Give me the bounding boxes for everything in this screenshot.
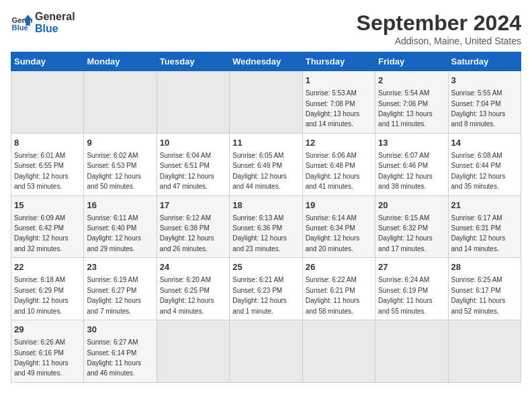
header-tuesday: Tuesday [157,52,229,71]
header-friday: Friday [375,52,448,71]
day-number: 12 [306,137,372,149]
sunrise-info: Sunrise: 6:20 AM [160,276,211,283]
calendar-cell: 10Sunrise: 6:04 AMSunset: 6:51 PMDayligh… [157,133,229,195]
calendar-cell: 26Sunrise: 6:22 AMSunset: 6:21 PMDayligh… [302,258,375,320]
sunset-info: Sunset: 6:29 PM [14,287,64,294]
day-number: 27 [378,261,445,273]
header-saturday: Saturday [448,52,521,71]
calendar-cell: 1Sunrise: 5:53 AMSunset: 7:08 PMDaylight… [302,71,375,134]
day-number: 30 [87,324,153,336]
sunset-info: Sunset: 6:23 PM [232,287,282,294]
day-number: 3 [451,75,518,87]
sunset-info: Sunset: 6:16 PM [14,349,64,357]
day-number: 22 [14,261,81,273]
daylight-info: Daylight: 12 hours and 10 minutes. [14,297,69,314]
sunset-info: Sunset: 6:19 PM [378,287,428,294]
sunrise-info: Sunrise: 6:14 AM [306,214,357,222]
sunset-info: Sunset: 6:49 PM [232,162,282,169]
daylight-info: Daylight: 12 hours and 20 minutes. [306,234,360,252]
sunset-info: Sunset: 6:55 PM [14,162,64,169]
calendar-cell: 30Sunrise: 6:27 AMSunset: 6:14 PMDayligh… [84,320,157,383]
calendar-cell: 27Sunrise: 6:24 AMSunset: 6:19 PMDayligh… [375,258,448,320]
daylight-info: Daylight: 12 hours and 7 minutes. [87,297,141,314]
daylight-info: Daylight: 12 hours and 38 minutes. [378,173,433,190]
sunrise-info: Sunrise: 6:01 AM [14,152,65,159]
daylight-info: Daylight: 12 hours and 44 minutes. [232,173,287,190]
calendar-cell [230,320,302,383]
day-number: 19 [306,199,372,212]
daylight-info: Daylight: 12 hours and 29 minutes. [87,234,141,252]
sunrise-info: Sunrise: 6:06 AM [306,152,357,159]
calendar-cell: 21Sunrise: 6:17 AMSunset: 6:31 PMDayligh… [448,195,521,258]
day-number: 8 [14,137,81,149]
header-thursday: Thursday [302,52,375,71]
daylight-info: Daylight: 12 hours and 53 minutes. [14,173,69,190]
calendar-cell: 12Sunrise: 6:06 AMSunset: 6:48 PMDayligh… [302,133,375,195]
sunset-info: Sunset: 6:21 PM [306,287,355,294]
calendar-week-row: 22Sunrise: 6:18 AMSunset: 6:29 PMDayligh… [11,258,521,320]
sunrise-info: Sunrise: 6:22 AM [306,276,357,283]
calendar-cell: 16Sunrise: 6:11 AMSunset: 6:40 PMDayligh… [84,195,157,258]
sunrise-info: Sunrise: 6:12 AM [160,214,211,222]
sunrise-info: Sunrise: 6:07 AM [378,152,429,159]
calendar-cell: 17Sunrise: 6:12 AMSunset: 6:38 PMDayligh… [157,195,229,258]
day-number: 20 [378,199,445,212]
daylight-info: Daylight: 11 hours and 55 minutes. [378,297,433,314]
sunrise-info: Sunrise: 5:55 AM [451,89,502,97]
sunrise-info: Sunrise: 6:11 AM [87,214,138,222]
day-number: 23 [87,261,153,273]
calendar-cell: 24Sunrise: 6:20 AMSunset: 6:25 PMDayligh… [157,258,229,320]
calendar-cell: 3Sunrise: 5:55 AMSunset: 7:04 PMDaylight… [448,71,521,134]
sunset-info: Sunset: 6:25 PM [160,287,210,294]
day-number: 1 [306,75,372,87]
sunrise-info: Sunrise: 6:24 AM [378,276,429,283]
calendar-cell [230,71,302,134]
day-number: 28 [451,261,518,273]
day-number: 29 [14,324,81,336]
daylight-info: Daylight: 11 hours and 46 minutes. [87,359,141,377]
calendar-cell: 9Sunrise: 6:02 AMSunset: 6:53 PMDaylight… [84,133,157,195]
day-number: 17 [160,199,226,212]
sunrise-info: Sunrise: 6:08 AM [451,152,502,159]
calendar-week-row: 15Sunrise: 6:09 AMSunset: 6:42 PMDayligh… [11,195,521,258]
calendar-cell: 2Sunrise: 5:54 AMSunset: 7:06 PMDaylight… [375,71,448,134]
calendar-cell: 20Sunrise: 6:15 AMSunset: 6:32 PMDayligh… [375,195,448,258]
calendar-cell [84,71,157,134]
logo: General Blue General Blue [11,11,75,34]
header-monday: Monday [84,52,157,71]
day-number: 9 [87,137,153,149]
sunrise-info: Sunrise: 6:26 AM [14,338,65,346]
daylight-info: Daylight: 13 hours and 14 minutes. [306,110,360,128]
calendar-cell [302,320,375,383]
calendar-cell: 29Sunrise: 6:26 AMSunset: 6:16 PMDayligh… [11,320,84,383]
day-number: 21 [451,199,518,212]
day-number: 2 [378,75,445,87]
day-number: 26 [306,261,372,273]
calendar-cell: 13Sunrise: 6:07 AMSunset: 6:46 PMDayligh… [375,133,448,195]
day-number: 16 [87,199,153,212]
sunset-info: Sunset: 6:46 PM [378,162,428,169]
calendar-cell [448,320,521,383]
calendar-week-row: 29Sunrise: 6:26 AMSunset: 6:16 PMDayligh… [11,320,521,383]
day-number: 13 [378,137,445,149]
daylight-info: Daylight: 11 hours and 58 minutes. [306,297,360,314]
sunset-info: Sunset: 6:34 PM [306,224,355,232]
calendar-cell [375,320,448,383]
sunrise-info: Sunrise: 6:02 AM [87,152,138,159]
header-wednesday: Wednesday [230,52,302,71]
daylight-info: Daylight: 12 hours and 26 minutes. [160,234,214,252]
day-number: 15 [14,199,81,212]
logo-icon: General Blue [11,12,32,34]
daylight-info: Daylight: 13 hours and 8 minutes. [451,110,506,128]
sunset-info: Sunset: 6:53 PM [87,162,136,169]
sunrise-info: Sunrise: 5:54 AM [378,89,429,97]
calendar-cell: 11Sunrise: 6:05 AMSunset: 6:49 PMDayligh… [230,133,302,195]
calendar-week-row: 8Sunrise: 6:01 AMSunset: 6:55 PMDaylight… [11,133,521,195]
sunrise-info: Sunrise: 6:21 AM [232,276,283,283]
day-number: 18 [232,199,299,212]
calendar-cell [157,71,229,134]
daylight-info: Daylight: 11 hours and 52 minutes. [451,297,506,314]
sunrise-info: Sunrise: 6:13 AM [232,214,283,222]
daylight-info: Daylight: 12 hours and 50 minutes. [87,173,141,190]
sunrise-info: Sunrise: 6:04 AM [160,152,211,159]
